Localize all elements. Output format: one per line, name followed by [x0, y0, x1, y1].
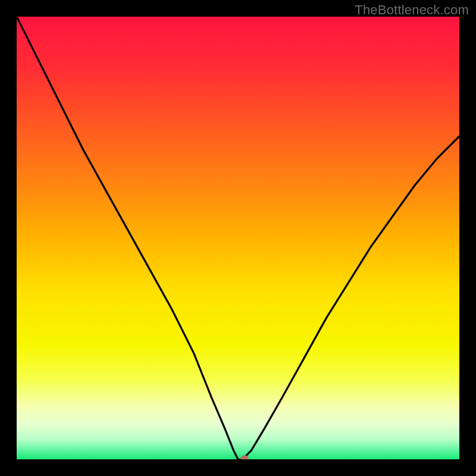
gradient-rect: [17, 17, 459, 459]
chart-frame: TheBottleneck.com: [0, 0, 476, 476]
chart-svg: [17, 17, 459, 459]
watermark-text: TheBottleneck.com: [355, 2, 469, 18]
plot-area: [17, 17, 459, 459]
